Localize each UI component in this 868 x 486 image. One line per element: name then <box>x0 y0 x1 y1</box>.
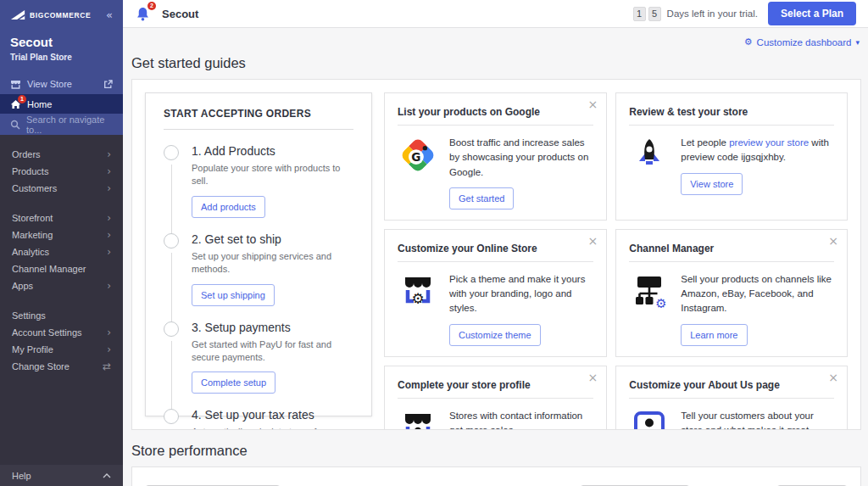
checklist-step-taxes: 4. Set up your tax rates Automatically c… <box>164 408 353 430</box>
step-description: Set up your shipping services and method… <box>192 250 353 277</box>
sidebar-item-change-store[interactable]: Change Store ⇄ <box>0 358 123 375</box>
guides-section-title: Get started guides <box>131 55 861 71</box>
home-icon: 1 <box>10 99 21 109</box>
add-products-button[interactable]: Add products <box>192 196 265 218</box>
sidebar-item-view-store[interactable]: View Store <box>0 74 123 94</box>
learn-more-button[interactable]: Learn more <box>681 324 747 346</box>
step-checkbox[interactable] <box>164 145 179 160</box>
card-text: Let people preview your store with previ… <box>681 136 834 165</box>
divider <box>629 125 834 126</box>
sidebar: BIGCOMMERCE « Secout Trial Plan Store Vi… <box>0 0 123 486</box>
notifications-bell-icon[interactable]: 2 <box>135 6 151 22</box>
sidebar-item-settings[interactable]: Settings <box>0 307 123 324</box>
home-notification-badge: 1 <box>18 95 26 103</box>
sidebar-item-label: Customers <box>12 183 57 193</box>
step-connector <box>171 341 172 411</box>
card-title: List your products on Google <box>398 106 593 118</box>
sidebar-item-customers[interactable]: Customers › <box>0 180 123 197</box>
card-text-before: Let people <box>681 137 729 148</box>
sidebar-item-label: Storefront <box>12 213 53 223</box>
chevron-up-icon <box>103 473 111 478</box>
gear-icon: ⚙ <box>744 36 753 47</box>
close-icon[interactable]: × <box>828 371 838 383</box>
card-title: Review & test your store <box>629 106 834 118</box>
logo-text: BIGCOMMERCE <box>30 11 91 20</box>
sidebar-item-products[interactable]: Products › <box>0 163 123 180</box>
select-plan-button[interactable]: Select a Plan <box>768 2 856 25</box>
complete-setup-button[interactable]: Complete setup <box>192 371 275 394</box>
step-checkbox[interactable] <box>164 409 179 424</box>
chevron-right-icon: › <box>107 230 111 240</box>
sidebar-item-label: Settings <box>12 310 46 321</box>
step-checkbox[interactable] <box>164 321 179 337</box>
close-icon[interactable]: × <box>828 235 838 247</box>
guides-panel: START ACCEPTING ORDERS 1. Add Products P… <box>131 79 861 430</box>
store-performance-panel: All channels ▾ Aug 25, 2024 – Aug 26, 20… <box>131 466 861 486</box>
step-title: 1. Add Products <box>192 144 353 158</box>
card-text: Boost traffic and increase sales by show… <box>449 136 593 180</box>
sidebar-item-help[interactable]: Help <box>0 465 123 486</box>
card-title: Channel Manager <box>629 243 834 254</box>
step-connector <box>171 165 172 234</box>
card-text: Sell your products on channels like Amaz… <box>681 272 834 316</box>
sidebar-search-input[interactable]: Search or navigate to... <box>0 114 123 135</box>
start-accepting-orders-card: START ACCEPTING ORDERS 1. Add Products P… <box>145 92 372 416</box>
bigcommerce-logo-icon <box>10 9 25 20</box>
sidebar-item-account-settings[interactable]: Account Settings › <box>0 324 123 341</box>
sidebar-item-label: Channel Manager <box>12 264 86 274</box>
close-icon[interactable]: × <box>588 371 598 383</box>
customize-dashboard-link[interactable]: ⚙ Customize dashboard ▾ <box>744 36 860 47</box>
divider <box>629 261 834 262</box>
sidebar-item-my-profile[interactable]: My Profile › <box>0 341 123 358</box>
sidebar-item-storefront[interactable]: Storefront › <box>0 209 123 226</box>
checklist-title: START ACCEPTING ORDERS <box>164 108 353 120</box>
storefront-icon <box>10 80 21 89</box>
sidebar-nav: Orders › Products › Customers › Storefro… <box>0 135 123 375</box>
bell-notification-badge: 2 <box>147 2 156 10</box>
chevron-right-icon: › <box>107 247 111 257</box>
trial-days-digit: 5 <box>648 7 661 21</box>
sidebar-item-label: Home <box>27 99 52 109</box>
sidebar-item-label: Change Store <box>12 361 70 371</box>
sidebar-item-channel-manager[interactable]: Channel Manager <box>0 260 123 277</box>
view-store-button[interactable]: View store <box>681 173 743 195</box>
sidebar-item-marketing[interactable]: Marketing › <box>0 226 123 243</box>
card-text: Tell your customers about your store and… <box>681 409 834 431</box>
get-started-button[interactable]: Get started <box>449 187 514 209</box>
close-icon[interactable]: × <box>588 98 598 110</box>
rocket-icon <box>629 136 670 195</box>
search-placeholder: Search or navigate to... <box>26 115 113 135</box>
chevron-right-icon: › <box>107 213 111 223</box>
customize-theme-button[interactable]: Customize theme <box>449 324 541 346</box>
set-up-shipping-button[interactable]: Set up shipping <box>192 284 275 306</box>
storefront-person-icon <box>398 409 438 431</box>
divider <box>398 261 593 262</box>
google-shopping-tag-icon: G <box>398 136 438 209</box>
sidebar-item-apps[interactable]: Apps › <box>0 277 123 294</box>
main-content: ⚙ Customize dashboard ▾ Get started guid… <box>123 29 868 486</box>
close-icon[interactable]: × <box>588 235 598 247</box>
card-channel-manager: × Channel Manager ⚙ <box>615 229 848 357</box>
chevron-right-icon: › <box>107 166 111 176</box>
sidebar-item-analytics[interactable]: Analytics › <box>0 243 123 260</box>
sidebar-item-label: Products <box>12 166 48 176</box>
nav-group-divider <box>0 294 123 307</box>
store-name: Secout <box>10 35 113 49</box>
guide-cards-grid: × List your products on Google <box>384 92 848 416</box>
checklist-step-add-products: 1. Add Products Populate your store with… <box>164 144 353 232</box>
trial-text: Days left in your trial. <box>667 8 758 19</box>
collapse-sidebar-icon[interactable]: « <box>106 9 113 20</box>
checklist-step-shipping: 2. Get set to ship Set up your shipping … <box>164 232 353 321</box>
card-title: Complete your store profile <box>398 379 593 391</box>
step-checkbox[interactable] <box>164 233 179 249</box>
sidebar-item-label: My Profile <box>12 344 53 355</box>
sidebar-item-orders[interactable]: Orders › <box>0 146 123 163</box>
caret-down-icon: ▾ <box>855 38 860 47</box>
preview-store-link[interactable]: preview your store <box>729 137 809 148</box>
step-description: Automatically calculate taxes for your c… <box>192 426 353 430</box>
sidebar-top: BIGCOMMERCE « Secout Trial Plan Store Vi… <box>0 0 123 135</box>
chevron-right-icon: › <box>107 327 111 338</box>
sidebar-item-home[interactable]: 1 Home <box>0 94 123 114</box>
swap-store-icon: ⇄ <box>103 361 111 371</box>
divider <box>398 125 593 126</box>
